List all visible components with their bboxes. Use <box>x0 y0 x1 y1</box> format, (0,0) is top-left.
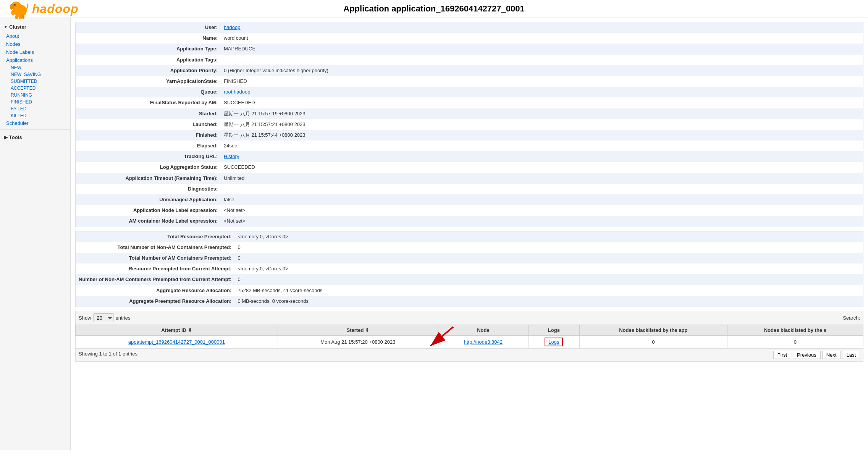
logs-button[interactable]: Logs <box>545 338 563 346</box>
app-info-value: word count <box>221 33 863 44</box>
col-blacklisted-s: Nodes blacklisted by the s <box>727 325 863 335</box>
resource-info-label: Total Number of AM Containers Preempted: <box>76 253 234 263</box>
app-info-value: MAPREDUCE <box>221 44 863 54</box>
sidebar-sub-new-saving[interactable]: NEW_SAVING <box>0 71 70 78</box>
logo-text: hadoop <box>32 2 79 16</box>
app-info-label: Name: <box>76 33 221 44</box>
app-info-section: User:hadoopName:word countApplication Ty… <box>75 22 863 227</box>
resource-info-value: 0 <box>234 242 863 253</box>
app-info-value: Unlimited <box>221 173 863 184</box>
resource-info-value: 75282 MB-seconds, 41 vcore-seconds <box>234 285 863 296</box>
show-label: Show <box>79 315 91 321</box>
app-info-value[interactable]: root.hadoop <box>221 87 863 97</box>
app-info-value: SUCCEEDED <box>221 162 863 173</box>
sidebar-sub-accepted[interactable]: ACCEPTED <box>0 85 70 92</box>
app-info-value: 星期一 八月 21 15:57:19 +0800 2023 <box>221 108 863 119</box>
col-node: Node <box>438 325 528 335</box>
main-content: User:hadoopName:word countApplication Ty… <box>71 18 868 450</box>
app-info-row: YarnApplicationState:FINISHED <box>76 76 863 87</box>
app-info-row: Started:星期一 八月 21 15:57:19 +0800 2023 <box>76 108 863 119</box>
tools-section-header[interactable]: ▶ Tools <box>0 132 70 142</box>
sidebar-item-applications[interactable]: Applications <box>0 56 70 64</box>
resource-info-table: Total Resource Preempted:<memory:0, vCor… <box>76 231 863 307</box>
col-started: Started ⇕ <box>278 325 438 335</box>
app-info-label: Application Node Label expression: <box>76 205 221 216</box>
sidebar-sub-running[interactable]: RUNNING <box>0 92 70 99</box>
last-btn[interactable]: Last <box>842 351 860 359</box>
app-info-row: Application Priority:0 (Higher Integer v… <box>76 65 863 76</box>
resource-info-row: Aggregate Resource Allocation:75282 MB-s… <box>76 285 863 296</box>
logo-area: hadoop <box>8 0 79 19</box>
resource-info-row: Total Number of Non-AM Containers Preemp… <box>76 242 863 253</box>
app-info-table: User:hadoopName:word countApplication Ty… <box>76 22 863 227</box>
app-info-row: Application Tags: <box>76 55 863 65</box>
app-info-value: 星期一 八月 21 15:57:44 +0800 2023 <box>221 130 863 141</box>
first-btn[interactable]: First <box>773 351 791 359</box>
app-info-value[interactable]: hadoop <box>221 22 863 33</box>
attempt-node-cell[interactable]: http://node3:8042 <box>438 335 528 348</box>
app-info-row: Unmanaged Application:false <box>76 194 863 205</box>
resource-info-label: Number of Non-AM Containers Preempted fr… <box>76 274 234 285</box>
app-info-row: Queue:root.hadoop <box>76 87 863 97</box>
app-info-label: Unmanaged Application: <box>76 194 221 205</box>
resource-info-section: Total Resource Preempted:<memory:0, vCor… <box>75 231 863 307</box>
page-header: hadoop Application application_169260414… <box>0 0 868 18</box>
app-info-label: Launched: <box>76 119 221 130</box>
sort-started-icon[interactable]: ⇕ <box>365 327 369 333</box>
app-info-row: Finished:星期一 八月 21 15:57:44 +0800 2023 <box>76 130 863 141</box>
sidebar-sub-killed[interactable]: KILLED <box>0 112 70 119</box>
sidebar-sub-submitted[interactable]: SUBMITTED <box>0 78 70 85</box>
layout: ▼ Cluster About Nodes Node Labels Applic… <box>0 18 868 450</box>
cluster-section-header[interactable]: ▼ Cluster <box>0 22 70 32</box>
sidebar-sub-new[interactable]: NEW <box>0 64 70 71</box>
pagination-buttons: First Previous Next Last <box>773 351 860 359</box>
app-info-label: Application Timeout (Remaining Time): <box>76 173 221 184</box>
app-info-label: Elapsed: <box>76 141 221 151</box>
sidebar-item-about[interactable]: About <box>0 32 70 40</box>
app-info-label: Started: <box>76 108 221 119</box>
tools-label: Tools <box>9 134 22 140</box>
app-info-value: 24sec <box>221 141 863 151</box>
app-info-label: Application Priority: <box>76 65 221 76</box>
resource-info-row: Total Number of AM Containers Preempted:… <box>76 253 863 263</box>
sidebar-sub-finished[interactable]: FINISHED <box>0 99 70 105</box>
app-info-row: User:hadoop <box>76 22 863 33</box>
previous-btn[interactable]: Previous <box>793 351 821 359</box>
sidebar-sub-failed[interactable]: FAILED <box>0 105 70 112</box>
app-info-label: Finished: <box>76 130 221 141</box>
app-info-value[interactable]: History <box>221 151 863 162</box>
app-info-row: Application Type:MAPREDUCE <box>76 44 863 54</box>
svg-rect-7 <box>22 15 24 19</box>
blacklisted-s-cell: 0 <box>727 335 863 348</box>
svg-rect-5 <box>15 15 18 19</box>
next-btn[interactable]: Next <box>822 351 841 359</box>
app-info-label: YarnApplicationState: <box>76 76 221 87</box>
cluster-arrow-icon: ▼ <box>4 25 8 29</box>
attempt-id-cell[interactable]: appattempt_1692604142727_0001_000001 <box>76 335 278 348</box>
attempt-logs-cell[interactable]: Logs <box>529 335 580 348</box>
search-area: Search: <box>843 315 860 321</box>
sidebar-item-scheduler[interactable]: Scheduler <box>0 119 70 127</box>
entries-select[interactable]: 20 50 100 <box>94 314 113 322</box>
resource-info-row: Resource Preempted from Current Attempt:… <box>76 263 863 274</box>
app-info-row: Log Aggregation Status:SUCCEEDED <box>76 162 863 173</box>
app-info-label: Log Aggregation Status: <box>76 162 221 173</box>
sidebar: ▼ Cluster About Nodes Node Labels Applic… <box>0 18 71 450</box>
attempts-row: appattempt_1692604142727_0001_000001Mon … <box>76 335 863 348</box>
show-entries-left: Show 20 50 100 entries <box>79 314 131 322</box>
sidebar-item-node-labels[interactable]: Node Labels <box>0 48 70 56</box>
app-info-row: Diagnostics: <box>76 184 863 194</box>
app-info-label: Queue: <box>76 87 221 97</box>
sidebar-item-nodes[interactable]: Nodes <box>0 40 70 48</box>
app-info-value: <Not set> <box>221 205 863 216</box>
pagination-area: Showing 1 to 1 of 1 entries First Previo… <box>75 349 863 362</box>
app-info-label: Diagnostics: <box>76 184 221 194</box>
app-info-value: <Not set> <box>221 216 863 226</box>
resource-info-value: 0 <box>234 253 863 263</box>
app-info-row: Launched:星期一 八月 21 15:57:21 +0800 2023 <box>76 119 863 130</box>
app-info-value <box>221 184 863 194</box>
attempts-header-row: Attempt ID ⇕ Started ⇕ Node Logs Nodes b… <box>76 325 863 335</box>
app-info-value: 0 (Higher Integer value indicates higher… <box>221 65 863 76</box>
sort-icon[interactable]: ⇕ <box>188 327 192 333</box>
blacklisted-app-cell: 0 <box>579 335 727 348</box>
